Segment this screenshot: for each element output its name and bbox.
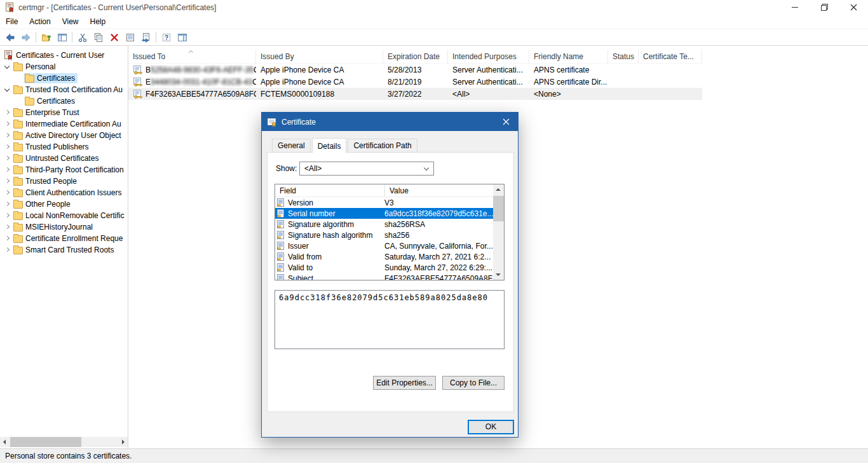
detail-row-signature-algorithm[interactable]: Signature algorithmsha256RSA [275,219,493,230]
detail-row-issuer[interactable]: IssuerCA, Sunnyvale, California, For... [275,240,493,251]
tab-certification-path[interactable]: Certification Path [348,139,417,153]
menu-view[interactable]: View [57,15,85,28]
minimize-icon [792,7,798,8]
field-value-textbox[interactable]: 6a9dcc318f36e82079d5c631eb589a8025da8e80 [275,290,505,349]
detail-row-valid-from[interactable]: Valid fromSaturday, March 27, 2021 6:2..… [275,251,493,262]
chevron-collapsed-icon[interactable] [3,153,13,163]
chevron-collapsed-icon[interactable] [3,222,13,232]
scroll-left-button[interactable] [0,437,10,447]
tree-item-intermediate-certification-au[interactable]: Intermediate Certification Au [0,118,128,130]
grid-vertical-scrollbar[interactable] [493,184,504,280]
scrollbar-thumb[interactable] [493,196,504,221]
column-header-label: Intended Purposes [452,52,517,61]
tab-details[interactable]: Details [312,138,347,153]
menu-help[interactable]: Help [85,15,112,28]
tab-general[interactable]: General [272,139,311,153]
chevron-collapsed-icon[interactable] [3,211,13,221]
tree-item-personal[interactable]: Personal [0,61,128,73]
detail-row-subject[interactable]: SubjectF4F3263AEBE54777A6509A8F [275,273,493,280]
certificate-row[interactable]: F4F3263AEBE54777A6509A8FCC...FCTEMS00001… [128,88,702,100]
chevron-collapsed-icon[interactable] [3,245,13,255]
tree-item-trusted-root-certification-au[interactable]: Trusted Root Certification Au [0,84,128,95]
menu-action[interactable]: Action [24,15,56,28]
chevron-collapsed-icon[interactable] [3,107,13,118]
chevron-expanded-icon[interactable] [3,62,13,72]
tree-item-trusted-publishers[interactable]: Trusted Publishers [0,141,128,153]
tree-item-local-nonremovable-certific[interactable]: Local NonRemovable Certific [0,210,128,221]
chevron-collapsed-icon[interactable] [3,176,13,186]
tree-item-client-authentication-issuers[interactable]: Client Authentication Issuers [0,187,128,198]
column-header-expiration-date[interactable]: Expiration Date [383,50,448,64]
certificate-row[interactable]: E3448034-0031-410F-81CB-43C...Apple iPho… [128,76,702,88]
tree-item-label: MSIEHistoryJournal [25,223,93,232]
chevron-collapsed-icon[interactable] [3,165,13,175]
column-header-issued-by[interactable]: Issued By [256,50,383,64]
back-button[interactable] [2,30,18,45]
copy-button[interactable] [90,30,106,45]
detail-row-signature-hash-algorithm[interactable]: Signature hash algorithmsha256 [275,230,493,240]
scrollbar-thumb[interactable] [10,437,81,447]
column-header-issued-to[interactable]: Issued To [128,50,256,64]
column-header-value[interactable]: Value [385,184,409,197]
tree-item-certificate-enrollment-reque[interactable]: Certificate Enrollment Reque [0,233,128,244]
tree-item-certificates-current-user[interactable]: Certificates - Current User [0,50,128,61]
restore-button[interactable] [810,0,839,15]
minimize-button[interactable] [780,0,810,15]
tree-item-inner: Trusted Root Certification Au [13,85,125,95]
friendly-name-cell: APNS certificate Dir... [529,78,608,86]
field-value: sha256RSA [384,220,493,229]
redacted-text: 3448034-0031-410F-81CB-43 [151,78,252,86]
certificate-row[interactable]: B5258A48-9830-43F6-AEFF-35C...Apple iPho… [128,64,702,76]
chevron-collapsed-icon[interactable] [3,142,13,152]
show-hide-console-tree-button[interactable] [54,30,70,45]
tree-item-other-people[interactable]: Other People [0,198,128,210]
column-header-status[interactable]: Status [608,50,639,64]
tree-item-msiehistoryjournal[interactable]: MSIEHistoryJournal [0,221,128,233]
up-one-level-button[interactable] [38,30,54,45]
detail-row-serial-number[interactable]: Serial number6a9dcc318f36e82079d5c631e..… [275,208,493,219]
tree-item-untrusted-certificates[interactable]: Untrusted Certificates [0,153,128,164]
tree-item-active-directory-user-object[interactable]: Active Directory User Object [0,130,128,141]
copy-to-file-button[interactable]: Copy to File... [442,376,505,390]
show-hide-action-pane-button[interactable] [174,30,190,45]
chevron-expanded-icon[interactable] [3,85,13,95]
scroll-up-button[interactable] [493,184,504,195]
delete-button[interactable] [106,30,122,45]
menu-file[interactable]: File [0,15,24,28]
edit-properties-button[interactable]: Edit Properties... [373,376,436,390]
column-header-certificate-te[interactable]: Certificate Te... [639,50,702,64]
properties-button[interactable] [122,30,138,45]
column-header-field[interactable]: Field [275,184,385,197]
cut-button[interactable] [74,30,90,45]
tree-item-smart-card-trusted-roots[interactable]: Smart Card Trusted Roots [0,244,128,256]
certificate-dialog: Certificate GeneralDetailsCertification … [261,112,519,438]
tree-item-enterprise-trust[interactable]: Enterprise Trust [0,107,128,118]
detail-row-valid-to[interactable]: Valid toSunday, March 27, 2022 6:29:... [275,262,493,273]
chevron-collapsed-icon[interactable] [3,233,13,244]
help-button[interactable]: ? [158,30,174,45]
show-dropdown[interactable]: <All> [299,162,434,176]
tree-item-trusted-people[interactable]: Trusted People [0,176,128,187]
column-header-friendly-name[interactable]: Friendly Name [529,50,608,64]
scroll-right-button[interactable] [118,437,128,447]
export-list-icon [141,32,151,43]
detail-row-version[interactable]: VersionV3 [275,197,493,208]
forward-button[interactable] [18,30,34,45]
column-header-intended-purposes[interactable]: Intended Purposes [448,50,529,64]
export-list-button[interactable] [138,30,154,45]
dialog-close-button[interactable] [494,113,518,131]
ok-button[interactable]: OK [468,420,514,434]
tree-item-third-party-root-certification[interactable]: Third-Party Root Certification [0,164,128,176]
chevron-collapsed-icon[interactable] [3,199,13,209]
show-hide-action-pane-icon [177,32,187,43]
app-icon[interactable] [4,3,15,13]
tree-horizontal-scrollbar[interactable] [0,437,128,447]
chevron-collapsed-icon[interactable] [3,119,13,129]
tree-item-certificates[interactable]: Certificates [0,95,128,107]
close-button[interactable] [839,0,868,15]
scroll-down-button[interactable] [493,269,504,280]
tree-item-certificates[interactable]: Certificates [0,73,128,84]
chevron-collapsed-icon[interactable] [3,188,13,198]
properties-icon [125,32,135,43]
chevron-collapsed-icon[interactable] [3,130,13,141]
